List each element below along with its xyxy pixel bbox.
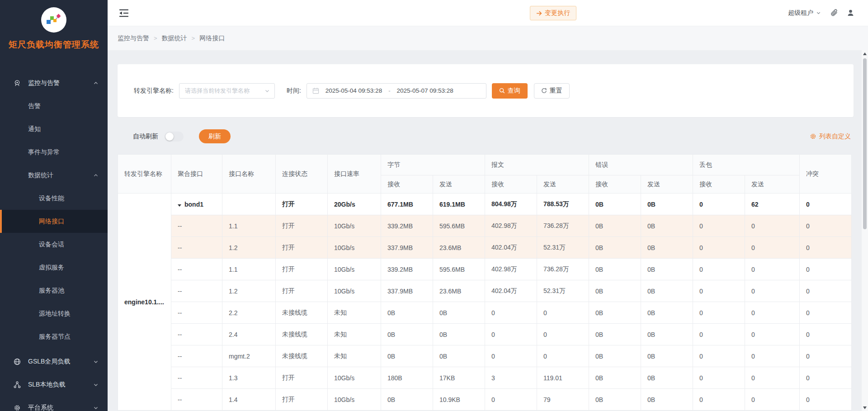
table-cell: 0 xyxy=(693,345,745,367)
table-cell: 未接线缆 xyxy=(276,324,328,345)
sidebar-item-monitoring-alerts[interactable]: 监控与告警 xyxy=(0,71,108,94)
refresh-button[interactable]: 刷新 xyxy=(199,129,231,143)
sidebar-item-virtual-service[interactable]: 虚拟服务 xyxy=(0,256,108,279)
sidebar-item-network-interface[interactable]: 网络接口 xyxy=(0,210,108,233)
col-status: 连接状态 xyxy=(276,155,328,194)
table-cell: 0B xyxy=(589,280,641,302)
time-start-value: 2025-05-04 09:53:28 xyxy=(326,87,382,94)
table-cell: 402.04万 xyxy=(485,280,537,302)
table-cell: 595.6MB xyxy=(433,215,485,237)
expand-caret-icon[interactable] xyxy=(178,204,181,207)
table-cell: -- xyxy=(171,345,222,367)
table-cell: 339.2MB xyxy=(381,259,433,280)
table-header: 转发引擎名称 聚合接口 接口名称 连接状态 接口速率 字节 报文 错误 丢包 冲… xyxy=(118,155,852,194)
sidebar-item-alarm[interactable]: 告警 xyxy=(0,94,108,118)
table-cell: 0 xyxy=(537,324,589,345)
table-cell: 未接线缆 xyxy=(276,302,328,324)
vertical-scrollbar[interactable] xyxy=(862,50,868,411)
scrollbar-thumb[interactable] xyxy=(863,58,867,229)
sidebar-item-platform-system[interactable]: 平台系统 xyxy=(0,396,108,411)
table-cell: 0 xyxy=(800,259,852,280)
sidebar-item-server-node[interactable]: 服务器节点 xyxy=(0,325,108,348)
table-cell: 0 xyxy=(745,280,800,302)
sidebar-item-notification[interactable]: 通知 xyxy=(0,118,108,141)
table-cell: -- xyxy=(171,237,222,259)
table-cell: 0 xyxy=(800,237,852,259)
reset-button[interactable]: 重置 xyxy=(534,83,570,99)
time-range-input[interactable]: 2025-05-04 09:53:28 - 2025-05-07 09:53:2… xyxy=(307,83,486,99)
breadcrumb-item[interactable]: 监控与告警 xyxy=(118,34,149,43)
network-interface-table: 转发引擎名称 聚合接口 接口名称 连接状态 接口速率 字节 报文 错误 丢包 冲… xyxy=(118,154,852,411)
breadcrumb: 监控与告警 > 数据统计 > 网络接口 xyxy=(108,26,868,50)
auto-refresh-toggle[interactable] xyxy=(165,132,184,142)
table-cell: 0 xyxy=(537,302,589,324)
engine-select[interactable]: 请选择当前转发引擎名称 xyxy=(179,83,275,99)
table-cell: 10Gb/s xyxy=(328,215,381,237)
table-cell: -- xyxy=(171,259,222,280)
globe-icon xyxy=(14,358,21,365)
user-icon[interactable] xyxy=(847,9,854,17)
change-execution-button[interactable]: 变更执行 xyxy=(530,6,576,20)
sidebar-item-label: 设备性能 xyxy=(39,194,64,203)
table-wrap: 转发引擎名称 聚合接口 接口名称 连接状态 接口速率 字节 报文 错误 丢包 冲… xyxy=(118,154,854,411)
table-cell: 10Gb/s xyxy=(328,367,381,389)
table-cell: 1.4 xyxy=(222,389,276,411)
table-cell: 0B xyxy=(641,280,693,302)
sidebar-item-snat[interactable]: 源地址转换 xyxy=(0,302,108,325)
table-cell: 0 xyxy=(693,259,745,280)
tenant-menu[interactable]: 超级租户 xyxy=(788,9,821,17)
table-cell: 未接线缆 xyxy=(276,345,328,367)
sidebar-item-data-statistics[interactable]: 数据统计 xyxy=(0,164,108,187)
sidebar-item-device-session[interactable]: 设备会话 xyxy=(0,233,108,256)
sidebar-item-server-pool[interactable]: 服务器池 xyxy=(0,279,108,302)
link-icon[interactable] xyxy=(830,9,838,17)
table-cell: 0B xyxy=(381,302,433,324)
customize-columns-button[interactable]: 列表自定义 xyxy=(810,132,851,141)
sidebar-item-slb[interactable]: SLB本地负载 xyxy=(0,373,108,396)
app-title: 矩尺负载均衡管理系统 xyxy=(0,39,108,51)
engine-select-label: 转发引擎名称: xyxy=(134,87,174,95)
table-cell: 0 xyxy=(745,367,800,389)
sidebar-item-label: 数据统计 xyxy=(28,171,53,180)
scroll-up-arrow-icon[interactable] xyxy=(863,52,867,55)
auto-refresh-label: 自动刷新 xyxy=(133,132,158,141)
sidebar-item-events-exceptions[interactable]: 事件与异常 xyxy=(0,141,108,164)
table-cell: 1.2 xyxy=(222,237,276,259)
table-row: --1.2打开10Gb/s337.9MB23.6MB402.04万52.31万0… xyxy=(118,237,852,259)
table-cell: 0B xyxy=(589,389,641,411)
sidebar: 矩尺负载均衡管理系统 监控与告警 告警 通知 事件与异常 数据统计 xyxy=(0,0,108,411)
table-cell: 打开 xyxy=(276,280,328,302)
breadcrumb-item[interactable]: 数据统计 xyxy=(162,34,187,43)
sidebar-item-label: 虚拟服务 xyxy=(39,264,64,272)
table-row: --1.1打开10Gb/s339.2MB595.6MB402.98万736.28… xyxy=(118,259,852,280)
arrow-right-icon xyxy=(536,10,542,16)
col-interface: 接口名称 xyxy=(222,155,276,194)
sidebar-item-gslb[interactable]: GSLB全局负载 xyxy=(0,350,108,373)
table-cell: -- xyxy=(171,280,222,302)
table-row: --1.3打开10Gb/s180B17KB3119.010B0B000 xyxy=(118,367,852,389)
table-cell: 0B xyxy=(589,215,641,237)
search-button[interactable]: 查询 xyxy=(492,83,528,99)
table-cell: 2.2 xyxy=(222,302,276,324)
sidebar-item-device-performance[interactable]: 设备性能 xyxy=(0,187,108,210)
table-cell: 0 xyxy=(485,345,537,367)
table-cell: 402.98万 xyxy=(485,259,537,280)
time-end-value: 2025-05-07 09:53:28 xyxy=(396,87,453,94)
table-cell: 79 xyxy=(537,389,589,411)
change-execution-label: 变更执行 xyxy=(545,9,570,17)
table-cell: 0B xyxy=(641,237,693,259)
col-packets-tx: 发送 xyxy=(537,175,589,194)
reset-button-label: 重置 xyxy=(550,87,562,95)
table-cell: 402.98万 xyxy=(485,215,537,237)
table-cell: 未知 xyxy=(328,345,381,367)
table-cell: 0 xyxy=(485,324,537,345)
table-cell: 10Gb/s xyxy=(328,389,381,411)
table-cell: 未知 xyxy=(328,302,381,324)
table-cell: 10Gb/s xyxy=(328,259,381,280)
table-cell: 0 xyxy=(693,280,745,302)
scroll-down-arrow-icon[interactable] xyxy=(863,406,867,409)
table-cell: 339.2MB xyxy=(381,215,433,237)
table-cell: 0 xyxy=(800,215,852,237)
menu-fold-icon[interactable] xyxy=(119,9,129,17)
table-cell: 打开 xyxy=(276,194,328,215)
